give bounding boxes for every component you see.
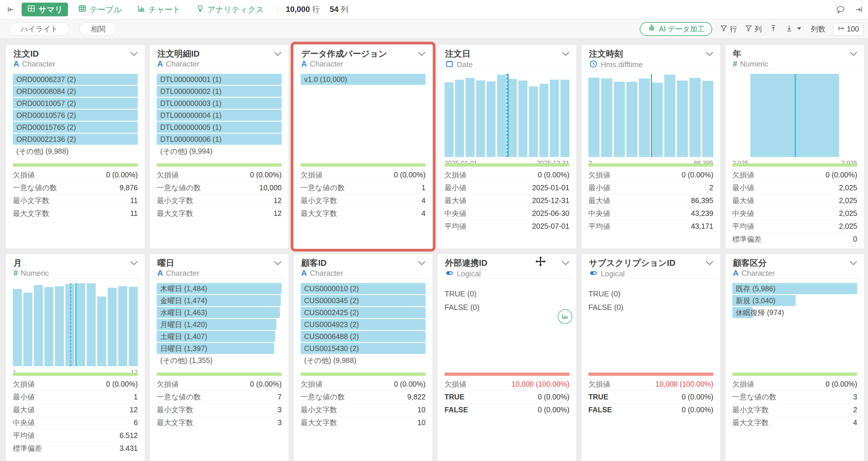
- category-bar: ORD00022136 (2): [13, 134, 138, 145]
- histogram: [732, 74, 857, 157]
- toggle-icon: [445, 269, 454, 278]
- column-card-header: サブスクリプションID Logical: [586, 254, 716, 278]
- stat-value: 6: [134, 418, 138, 427]
- stat-value: 2,025: [839, 209, 857, 218]
- column-card-body: TRUE (0)FALSE (0): [444, 283, 569, 314]
- stat-row: 最小文字数4: [301, 194, 426, 207]
- histogram-bar: [639, 78, 650, 157]
- column-card: 顧客区分 A Character 既存 (5,986)新規 (3,040)休眠復…: [725, 254, 865, 461]
- histogram-bar: [550, 80, 559, 157]
- chevron-down-icon[interactable]: [561, 51, 570, 58]
- collapse-left-icon[interactable]: [6, 5, 15, 14]
- tab-summary[interactable]: サマリ: [22, 3, 68, 17]
- histogram: [444, 74, 569, 157]
- mean-line: [507, 74, 509, 157]
- median-line: [70, 283, 71, 366]
- logical-values: TRUE (0)FALSE (0): [444, 287, 569, 314]
- category-bar-label: 金曜日 (1,474): [157, 295, 282, 306]
- chevron-down-icon[interactable]: [849, 260, 858, 267]
- chevron-down-icon[interactable]: [705, 260, 714, 267]
- ai-data-wrangling-button[interactable]: AI データ加工: [640, 22, 712, 36]
- stat-value: 0 (0.00%): [394, 171, 426, 179]
- stat-label: 最大文字数: [157, 209, 193, 218]
- stat-row: 平均値43,171: [588, 220, 713, 233]
- category-bar-label: 休眠復帰 (974): [732, 307, 857, 318]
- chevron-down-icon[interactable]: [130, 51, 138, 58]
- stat-row: 平均値2,025: [732, 220, 857, 233]
- chevron-down-icon[interactable]: [849, 51, 858, 58]
- column-card-body: v1.0 (10,000): [301, 74, 426, 86]
- column-card-body: TRUE (0)FALSE (0): [588, 283, 713, 314]
- download-button[interactable]: [785, 24, 803, 34]
- comment-bubble-icon[interactable]: [835, 5, 846, 14]
- histogram-bar: [23, 293, 32, 366]
- data-quality-meter: [732, 163, 857, 167]
- column-type: A Character: [157, 60, 282, 69]
- stat-label: 標準偏差: [13, 443, 42, 453]
- chevron-down-icon[interactable]: [705, 51, 714, 58]
- stat-value: 11: [130, 196, 138, 205]
- chevron-down-icon[interactable]: [561, 260, 570, 267]
- stat-value: 0 (0.00%): [250, 380, 282, 388]
- category-bar: v1.0 (10,000): [301, 74, 426, 85]
- histogram-bar: [614, 82, 625, 157]
- category-bar: 月曜日 (1,420): [157, 319, 282, 330]
- category-bar: DTL000000001 (1): [157, 74, 282, 85]
- mean-line: [651, 74, 652, 157]
- category-bar-label: ORD00010057 (2): [13, 98, 138, 109]
- highlight-button[interactable]: ハイライト: [9, 23, 69, 36]
- stat-value: 11: [130, 209, 138, 218]
- stat-row: 欠損値0 (0.00%): [732, 377, 857, 390]
- stat-row: FALSE0 (0.00%): [444, 403, 569, 416]
- stat-label: TRUE: [588, 393, 608, 401]
- column-card: 注文時刻 Hms,difftime 286,395 欠損値0 (0.00%)最小…: [581, 44, 721, 249]
- stat-row: 最小文字数11: [13, 194, 138, 207]
- category-bar: 木曜日 (1,484): [157, 283, 282, 294]
- chevron-down-icon[interactable]: [274, 260, 282, 267]
- column-type: Date: [445, 60, 569, 69]
- category-bar-label: 新規 (3,040): [732, 295, 857, 306]
- histogram-bar: [55, 286, 64, 366]
- category-other-label: (その他) (9,988): [13, 145, 138, 157]
- histogram-bar: [87, 283, 96, 366]
- tab-analytics[interactable]: アナリティクス: [191, 3, 269, 17]
- stat-row: 最小文字数2: [732, 403, 857, 416]
- funnel-icon: [720, 24, 728, 34]
- stat-value: 0 (0.00%): [538, 405, 569, 414]
- tab-table[interactable]: テーブル: [73, 3, 127, 17]
- chevron-down-icon[interactable]: [274, 51, 282, 58]
- category-bar-label: DTL000000006 (1): [157, 134, 282, 145]
- stat-value: 0 (0.00%): [394, 380, 426, 388]
- category-bar: DTL000000003 (1): [157, 98, 282, 109]
- mean-line: [75, 283, 76, 366]
- category-bar: 水曜日 (1,463): [157, 307, 282, 318]
- stat-row: 最小値2025-01-01: [444, 181, 569, 194]
- column-title: 顧客区分: [733, 258, 857, 268]
- colcount-input[interactable]: 100: [833, 23, 863, 36]
- stat-label: 欠損値: [301, 379, 322, 389]
- stat-label: FALSE: [444, 405, 468, 414]
- stat-label: 一意な値の数: [301, 392, 345, 402]
- tab-chart[interactable]: チャート: [132, 3, 186, 17]
- column-type: Logical: [589, 269, 713, 278]
- category-bar: CUS0002425 (2): [301, 307, 426, 318]
- stat-value: 6.512: [119, 431, 138, 440]
- stat-value: 2: [709, 184, 713, 192]
- stat-value: 7: [278, 393, 282, 401]
- stat-value: 2025-12-31: [532, 196, 569, 205]
- filter-rows-button[interactable]: 行: [720, 24, 737, 34]
- chevron-down-icon[interactable]: [417, 51, 426, 58]
- correlation-button[interactable]: 相関: [80, 23, 117, 36]
- export-up-button[interactable]: [769, 24, 777, 34]
- chevron-down-icon[interactable]: [417, 260, 426, 267]
- histogram-bar: [487, 81, 496, 157]
- chevron-down-icon[interactable]: [130, 260, 138, 267]
- stat-row: 欠損値0 (0.00%): [301, 168, 426, 181]
- stat-label: 一意な値の数: [301, 183, 345, 193]
- expand-right-icon[interactable]: [855, 5, 863, 14]
- category-bar-label: ORD00015765 (2): [13, 122, 138, 133]
- switch-to-chart-button[interactable]: [558, 309, 572, 324]
- character-type-icon: A: [13, 60, 19, 69]
- character-type-icon: A: [733, 269, 739, 278]
- filter-cols-button[interactable]: 列: [745, 24, 762, 34]
